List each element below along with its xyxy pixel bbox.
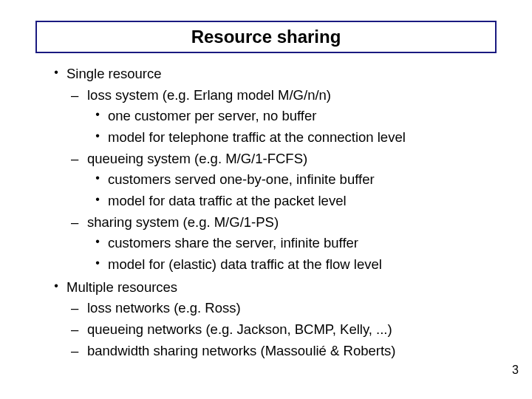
- slide-title: Resource sharing: [191, 27, 341, 47]
- page-number: 3: [512, 364, 519, 377]
- bullet-sharing-system: – sharing system (e.g. M/G/1-PS): [66, 212, 532, 233]
- bullet-text: one customer per server, no buffer: [108, 106, 532, 127]
- bullet-dot-icon: •: [87, 233, 108, 254]
- bullet-dash-icon: –: [66, 212, 87, 233]
- bullet-text: loss networks (e.g. Ross): [87, 298, 532, 319]
- bullet-text: queueing system (e.g. M/G/1-FCFS): [87, 149, 532, 170]
- bullet-dot-icon: •: [87, 169, 108, 191]
- bullet-dot-icon: •: [46, 277, 66, 299]
- bullet-dot-icon: •: [87, 127, 108, 149]
- bullet-text: Multiple resources: [66, 277, 532, 299]
- bullet-sharing-system-sub1: • customers share the server, infinite b…: [87, 233, 532, 254]
- bullet-loss-system-sub1: • one customer per server, no buffer: [87, 106, 532, 127]
- bullet-multiple-resources: • Multiple resources: [46, 277, 532, 299]
- bullet-queueing-system-sub2: • model for data traffic at the packet l…: [87, 191, 532, 212]
- bullet-dot-icon: •: [46, 64, 66, 85]
- bullet-dash-icon: –: [66, 149, 87, 170]
- bullet-queueing-system: – queueing system (e.g. M/G/1-FCFS): [66, 149, 532, 170]
- bullet-dash-icon: –: [66, 298, 87, 319]
- bullet-loss-system: – loss system (e.g. Erlang model M/G/n/n…: [66, 85, 532, 106]
- bullet-loss-system-sub2: • model for telephone traffic at the con…: [87, 127, 532, 149]
- bullet-text: model for data traffic at the packet lev…: [108, 191, 532, 212]
- bullet-text: loss system (e.g. Erlang model M/G/n/n): [87, 85, 532, 106]
- bullet-dash-icon: –: [66, 341, 87, 362]
- bullet-dot-icon: •: [87, 191, 108, 212]
- bullet-text: customers share the server, infinite buf…: [108, 233, 532, 254]
- bullet-dot-icon: •: [87, 254, 108, 276]
- bullet-text: customers served one-by-one, infinite bu…: [108, 169, 532, 191]
- bullet-dash-icon: –: [66, 319, 87, 341]
- bullet-text: queueing networks (e.g. Jackson, BCMP, K…: [87, 319, 532, 341]
- bullet-text: Single resource: [66, 64, 532, 85]
- bullet-single-resource: • Single resource: [46, 64, 532, 85]
- bullet-loss-networks: – loss networks (e.g. Ross): [66, 298, 532, 319]
- bullet-queueing-system-sub1: • customers served one-by-one, infinite …: [87, 169, 532, 191]
- slide-content: • Single resource – loss system (e.g. Er…: [46, 64, 532, 361]
- bullet-dash-icon: –: [66, 85, 87, 106]
- bullet-bandwidth-sharing: – bandwidth sharing networks (Massoulié …: [66, 341, 532, 362]
- bullet-text: model for (elastic) data traffic at the …: [108, 254, 532, 276]
- bullet-text: bandwidth sharing networks (Massoulié & …: [87, 341, 532, 362]
- bullet-text: model for telephone traffic at the conne…: [108, 127, 532, 149]
- bullet-text: sharing system (e.g. M/G/1-PS): [87, 212, 532, 233]
- bullet-sharing-system-sub2: • model for (elastic) data traffic at th…: [87, 254, 532, 276]
- bullet-queueing-networks: – queueing networks (e.g. Jackson, BCMP,…: [66, 319, 532, 341]
- bullet-dot-icon: •: [87, 106, 108, 127]
- slide-title-box: Resource sharing: [35, 21, 497, 53]
